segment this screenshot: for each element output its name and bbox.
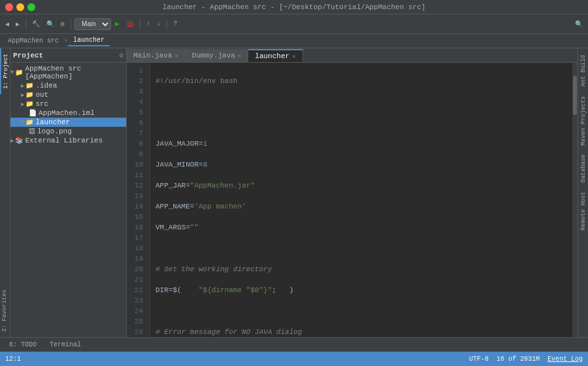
toolbar-btn-search[interactable]: 🔍 [44,19,57,29]
tree-item-logo[interactable]: 🖼 logo.png [10,127,126,136]
minimize-button[interactable] [16,3,24,11]
toolbar-btn-help[interactable]: ? [171,19,180,29]
search-everywhere-button[interactable]: 🔍 [572,19,585,29]
ln-12: 12 [127,180,147,191]
traffic-lights [5,3,35,11]
toolbar-btn-build[interactable]: 🔨 [29,19,42,29]
editor-tab-launcher[interactable]: launcher ✕ [248,49,302,62]
tree-label: .idea [35,82,57,90]
right-tab-maven[interactable]: Maven Projects [579,92,588,150]
tree-item-idea[interactable]: ▶ 📁 .idea [10,81,126,90]
vertical-scrollbar[interactable] [572,63,578,337]
right-tab-ant-build[interactable]: Ant Build [579,51,588,91]
tree-label: logo.png [37,127,72,135]
lib-icon: 📚 [15,137,23,144]
toolbar-btn-vcs[interactable]: ↑ [144,19,153,29]
ln-23: 23 [127,295,147,306]
tree-arrow: ▶ [21,101,24,108]
editor-tab-mainjava[interactable]: Main.java ✕ [127,49,186,62]
left-spacer [0,94,10,284]
right-tab-remote-host[interactable]: Remote Host [579,188,588,234]
code-line-8: VM_ARGS="" [155,222,567,233]
image-icon: 🖼 [29,127,35,135]
project-settings-icon[interactable]: ⚙ [120,52,123,59]
ln-7: 7 [127,128,147,139]
code-line-6: APP_JAR="AppMachen.jar" [155,180,567,191]
toolbar-sep-1 [25,19,26,29]
code-line-3 [155,118,567,128]
tree-item-out[interactable]: ▶ 📁 out [10,90,126,99]
toolbar-btn-settings[interactable]: ⚙ [58,19,67,29]
folder-icon: 📁 [15,69,23,76]
tree-item-appmachen[interactable]: ▼ 📁 AppMachen src [AppMachen] [10,64,126,81]
tab-close-icon[interactable]: ✕ [174,52,178,59]
left-tab-favorites[interactable]: 2: Favorites [0,284,10,337]
run-button[interactable]: ▶ [112,18,122,30]
tree-label: AppMachen src [AppMachen] [25,65,126,80]
ln-1: 1 [127,65,147,76]
status-encoding: UTF-8 [469,356,489,363]
ln-3: 3 [127,86,147,97]
event-log-link[interactable]: Event Log [547,356,583,363]
main-layout: 1: Project 2: Favorites Project ⚙ ▼ 📁 Ap… [0,48,588,337]
tree-item-src[interactable]: ▶ 📁 src [10,99,126,108]
ln-18: 18 [127,243,147,254]
toolbar-btn-back[interactable]: ◀ [3,19,12,29]
debug-button[interactable]: 🐞 [123,19,137,29]
tab-close-icon[interactable]: ✕ [292,53,295,60]
code-line-4: JAVA_MAJOR=1 [155,139,567,149]
nav-tab-launcher[interactable]: launcher [68,35,110,46]
code-line-11: DIR=$( "${dirname "$0"}"; ) [155,285,567,295]
tree-label: out [35,91,48,99]
toolbar-btn-update[interactable]: ↓ [154,19,163,29]
ln-5: 5 [127,107,147,118]
titlebar: launcher - AppMachen src - [~/Desktop/Tu… [0,0,588,14]
project-header: Project ⚙ [10,48,126,63]
tree-label: External Libraries [25,137,103,144]
toolbar-right: 🔍 [572,19,585,29]
tab-close-icon[interactable]: ✕ [238,52,241,59]
ln-15: 15 [127,212,147,222]
code-line-5: JAVA_MINOR=8 [155,159,567,170]
tree-label: src [35,100,48,108]
tree-arrow: ▶ [21,92,24,99]
tree-arrow: ▼ [21,119,24,125]
maximize-button[interactable] [27,3,35,11]
toolbar-btn-forward[interactable]: ▶ [13,19,22,29]
code-line-12 [155,306,567,316]
ln-8: 8 [127,139,147,149]
ln-16: 16 [127,222,147,233]
ln-21: 21 [127,274,147,285]
scrollbar-thumb[interactable] [573,76,577,115]
ln-2: 2 [127,76,147,86]
code-line-7: APP_NAME='App machen' [155,201,567,212]
code-line-1: #!/usr/bin/env bash [155,76,567,86]
bottom-tab-terminal[interactable]: Terminal [46,340,85,350]
right-tab-database[interactable]: Database [579,150,588,186]
folder-icon: 📁 [25,118,33,126]
code-content[interactable]: #!/usr/bin/env bash JAVA_MAJOR=1 JAVA_MI… [150,63,572,337]
tree-item-launcher[interactable]: ▼ 📁 launcher [10,118,126,127]
nav-tab-appmachen[interactable]: AppMachen src [3,36,64,46]
bottom-bar: 6: TODO Terminal [0,337,588,352]
code-line-2 [155,97,567,107]
editor-tabs: Main.java ✕ Dummy.java ✕ launcher ✕ [127,48,578,63]
ln-11: 11 [127,170,147,180]
nav-breadcrumb: AppMachen src › launcher [0,34,588,48]
close-button[interactable] [5,3,13,11]
tree-item-iml[interactable]: 📄 AppMachen.iml [10,108,126,118]
run-config-dropdown[interactable]: Main [74,18,111,30]
editor-tab-dummyjava[interactable]: Dummy.java ✕ [186,49,248,62]
code-line-9 [155,243,567,254]
tab-label: Dummy.java [192,52,235,59]
left-tab-project[interactable]: 1: Project [0,48,10,94]
project-panel: Project ⚙ ▼ 📁 AppMachen src [AppMachen] … [10,48,127,337]
window-title: launcher - AppMachen src - [~/Desktop/Tu… [163,3,426,11]
right-sidebar: Ant Build Maven Projects Database Remote… [578,48,588,337]
bottom-tab-todo[interactable]: 6: TODO [5,340,41,350]
terminal-label: Terminal [50,341,81,348]
ln-20: 20 [127,264,147,274]
ln-19: 19 [127,254,147,264]
tree-item-extlib[interactable]: ▶ 📚 External Libraries [10,136,126,145]
status-right: UTF-8 16 of 2031M Event Log [469,356,583,363]
